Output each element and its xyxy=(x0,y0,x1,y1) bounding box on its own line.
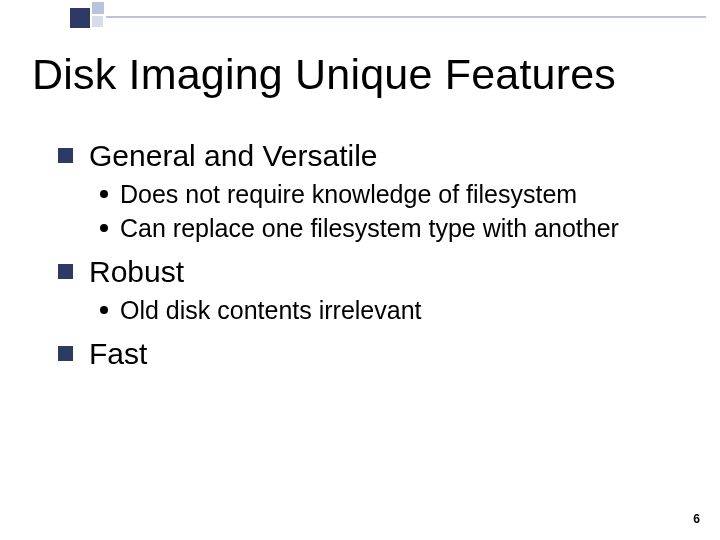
bullet-text: Fast xyxy=(89,336,147,372)
subbullet-text: Does not require knowledge of filesystem xyxy=(120,178,577,210)
bullet-level2: Old disk contents irrelevant xyxy=(100,294,678,326)
header-decoration xyxy=(0,0,720,32)
bullet-level2: Does not require knowledge of filesystem xyxy=(100,178,678,210)
square-bullet-icon xyxy=(58,346,73,361)
bullet-text: Robust xyxy=(89,254,184,290)
bullet-level1: Fast xyxy=(58,336,678,372)
deco-square-small-bottom xyxy=(92,16,103,27)
deco-square-small-top xyxy=(92,2,104,14)
square-bullet-icon xyxy=(58,148,73,163)
subbullet-text: Can replace one filesystem type with ano… xyxy=(120,212,619,244)
slide-title: Disk Imaging Unique Features xyxy=(32,50,616,99)
square-bullet-icon xyxy=(58,264,73,279)
slide-content: General and Versatile Does not require k… xyxy=(58,128,678,376)
round-bullet-icon xyxy=(100,224,108,232)
page-number: 6 xyxy=(693,512,700,526)
subbullet-text: Old disk contents irrelevant xyxy=(120,294,422,326)
bullet-level1: Robust xyxy=(58,254,678,290)
bullet-text: General and Versatile xyxy=(89,138,378,174)
round-bullet-icon xyxy=(100,190,108,198)
bullet-level1: General and Versatile xyxy=(58,138,678,174)
round-bullet-icon xyxy=(100,306,108,314)
deco-square-large xyxy=(70,8,90,28)
bullet-level2: Can replace one filesystem type with ano… xyxy=(100,212,678,244)
deco-line xyxy=(106,16,706,18)
